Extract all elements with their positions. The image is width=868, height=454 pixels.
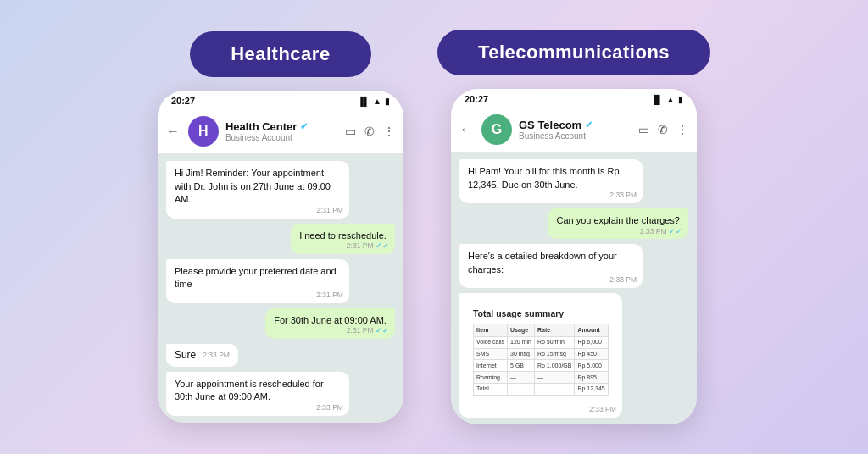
verified-icon: ✔ <box>300 121 308 132</box>
healthcare-column: Healthcare 20:27 ▐▌ ▲ ▮ ← H Health Cente… <box>158 31 403 422</box>
usage-table: Item Usage Rate Amount Voice calls120 mi… <box>473 324 609 396</box>
time: 20:27 <box>171 96 195 106</box>
table-cell: Rp 12,345 <box>575 383 608 395</box>
col-item: Item <box>473 324 507 336</box>
message-2: Can you explain the charges? 2:33 PM ✓✓ <box>548 208 688 239</box>
table-cell: Voice calls <box>473 336 507 348</box>
avatar: G <box>481 114 512 145</box>
contact-info: GS Telecom ✔ Business Account <box>519 119 632 141</box>
more-icon[interactable]: ⋮ <box>383 125 395 138</box>
message-6: Your appointment is rescheduled for 30th… <box>166 372 349 416</box>
message-3: Please provide your preferred date and t… <box>166 259 349 303</box>
chat-body: Hi Pam! Your bill for this month is Rp 1… <box>451 152 697 424</box>
contact-name: Health Center ✔ <box>225 120 338 133</box>
healthcare-pill: Healthcare <box>190 31 371 77</box>
wifi-icon: ▲ <box>373 97 381 106</box>
phone-icon[interactable]: ✆ <box>364 125 375 138</box>
contact-name: GS Telecom ✔ <box>519 119 632 131</box>
header-icons: ▭ ✆ ⋮ <box>345 125 395 138</box>
table-cell: 5 GB <box>508 360 535 372</box>
message-1: Hi Pam! Your bill for this month is Rp 1… <box>459 159 643 203</box>
chat-header: ← H Health Center ✔ Business Account ▭ ✆… <box>158 109 403 154</box>
avatar: H <box>188 116 219 147</box>
table-cell: Internet <box>473 360 507 372</box>
status-icons: ▐▌ ▲ ▮ <box>651 95 683 104</box>
table-cell: Rp 1,000/GB <box>534 360 574 372</box>
telecom-pill: Telecommunications <box>437 30 710 75</box>
col-amount: Amount <box>575 324 608 336</box>
signal-icon: ▐▌ <box>651 95 663 104</box>
contact-info: Health Center ✔ Business Account <box>225 120 338 142</box>
chat-body: Hi Jim! Reminder: Your appointment with … <box>158 154 403 422</box>
msg-time: 2:31 PM ✓✓ <box>347 241 389 252</box>
more-icon[interactable]: ⋮ <box>676 123 688 136</box>
table-card-title: Total usage summary <box>473 307 609 320</box>
table-cell: Rp 5,000 <box>575 360 608 372</box>
chat-header: ← G GS Telecom ✔ Business Account ▭ ✆ ⋮ <box>451 108 697 152</box>
status-bar: 20:27 ▐▌ ▲ ▮ <box>158 91 403 109</box>
contact-sub: Business Account <box>519 131 632 141</box>
table-message: Total usage summary Item Usage Rate Amou… <box>459 293 622 417</box>
status-icons: ▐▌ ▲ ▮ <box>358 97 390 106</box>
table-cell: 120 min <box>508 336 535 348</box>
table-cell: Roaming <box>473 372 507 384</box>
table-row: SMS30 msgRp 15/msgRp 450 <box>473 348 608 360</box>
table-cell: Total <box>473 383 507 395</box>
message-5: Sure 2:33 PM <box>166 344 238 367</box>
header-icons: ▭ ✆ ⋮ <box>638 123 688 136</box>
message-3: Here's a detailed breakdown of your char… <box>459 244 643 288</box>
video-icon[interactable]: ▭ <box>638 123 649 136</box>
healthcare-phone: 20:27 ▐▌ ▲ ▮ ← H Health Center ✔ Busines… <box>158 91 403 422</box>
table-cell: Rp 450 <box>575 348 608 360</box>
message-2: I need to reschedule. 2:31 PM ✓✓ <box>291 224 395 254</box>
status-bar: 20:27 ▐▌ ▲ ▮ <box>451 89 697 108</box>
wifi-icon: ▲ <box>666 95 675 104</box>
table-cell <box>534 383 574 395</box>
battery-icon: ▮ <box>385 97 390 106</box>
msg-time: 2:33 PM <box>589 405 616 415</box>
msg-time: 2:33 PM <box>609 275 637 285</box>
telecom-phone: 20:27 ▐▌ ▲ ▮ ← G GS Telecom ✔ Business A… <box>451 89 697 424</box>
time: 20:27 <box>465 94 488 104</box>
msg-time: 2:33 PM ✓✓ <box>640 227 682 237</box>
col-rate: Rate <box>534 324 574 336</box>
table-cell: Rp 6,000 <box>575 336 608 348</box>
table-row: Roaming——Rp 895 <box>473 372 608 384</box>
table-row: Internet5 GBRp 1,000/GBRp 5,000 <box>473 360 608 372</box>
table-card: Total usage summary Item Usage Rate Amou… <box>466 301 615 401</box>
back-arrow[interactable]: ← <box>166 124 180 139</box>
table-cell: — <box>508 372 535 384</box>
contact-sub: Business Account <box>225 133 338 142</box>
col-usage: Usage <box>508 324 535 336</box>
message-4: For 30th June at 09:00 AM. 2:31 PM ✓✓ <box>265 308 395 339</box>
verified-icon: ✔ <box>585 119 593 130</box>
video-icon[interactable]: ▭ <box>345 125 356 138</box>
table-cell: — <box>534 372 574 384</box>
msg-time: 2:31 PM <box>316 291 343 301</box>
table-cell: Rp 50/min <box>534 336 574 348</box>
signal-icon: ▐▌ <box>358 97 370 106</box>
battery-icon: ▮ <box>678 95 683 104</box>
phone-icon[interactable]: ✆ <box>658 123 668 136</box>
table-row: Voice calls120 minRp 50/minRp 6,000 <box>473 336 608 348</box>
table-cell: Rp 15/msg <box>534 348 574 360</box>
msg-time: 2:33 PM <box>316 403 343 413</box>
msg-time: 2:31 PM <box>316 206 343 216</box>
table-row: TotalRp 12,345 <box>473 383 608 395</box>
table-cell <box>508 383 535 395</box>
table-cell: Rp 895 <box>575 372 608 384</box>
message-1: Hi Jim! Reminder: Your appointment with … <box>166 161 349 218</box>
msg-time: 2:31 PM ✓✓ <box>347 326 389 336</box>
msg-time: 2:33 PM <box>203 351 230 361</box>
table-cell: SMS <box>473 348 507 360</box>
msg-time: 2:33 PM <box>609 191 637 201</box>
table-cell: 30 msg <box>508 348 535 360</box>
back-arrow[interactable]: ← <box>459 122 473 137</box>
telecom-column: Telecommunications 20:27 ▐▌ ▲ ▮ ← G GS T… <box>437 30 710 424</box>
